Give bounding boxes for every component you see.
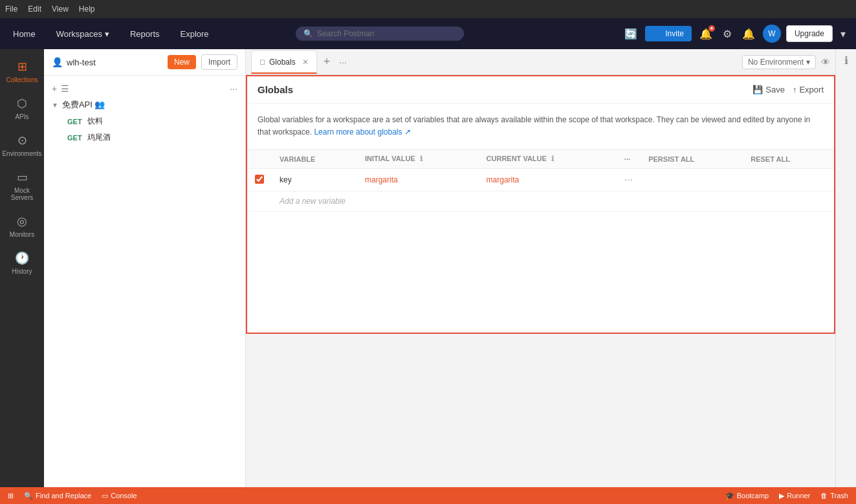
environments-icon: ⊙ xyxy=(17,133,27,148)
add-variable-label[interactable]: Add a new variable xyxy=(280,197,346,206)
menu-file[interactable]: File xyxy=(5,5,17,14)
trash-button[interactable]: 🗑 Trash xyxy=(820,492,848,499)
bottom-bar: ⊞ 🔍 Find and Replace ▭ Console 🎓 Bootcam… xyxy=(0,487,856,504)
notifications-bell-icon[interactable]: 🔔 ● xyxy=(697,25,715,43)
collection-item[interactable]: ▼ 免费API 👥 xyxy=(44,96,245,113)
apis-icon: ⬡ xyxy=(17,96,27,111)
variable-name[interactable]: key xyxy=(272,169,357,192)
upgrade-chevron-icon[interactable]: ▾ xyxy=(838,25,848,43)
menu-bar: File Edit View Help xyxy=(0,0,856,18)
nav-explore[interactable]: Explore xyxy=(175,27,214,41)
eye-icon[interactable]: 👁 xyxy=(821,57,830,67)
sidebar-item-monitors[interactable]: ◎ Monitors xyxy=(3,209,41,243)
export-icon: ↑ xyxy=(793,85,797,94)
layout-icon[interactable]: ⊞ xyxy=(8,492,14,500)
info-icon-current[interactable]: ℹ xyxy=(551,155,554,162)
env-selector-label: No Environment xyxy=(748,58,804,67)
info-panel-icon[interactable]: ℹ xyxy=(844,54,848,67)
save-button[interactable]: 💾 Save xyxy=(752,85,785,94)
col-checkbox xyxy=(247,149,272,169)
user-icon: 👤 xyxy=(52,57,63,67)
search-bar[interactable]: 🔍 xyxy=(296,27,464,41)
env-selector[interactable]: No Environment ▾ xyxy=(742,55,816,69)
monitors-icon: ◎ xyxy=(17,214,27,228)
export-button[interactable]: ↑ Export xyxy=(793,85,824,94)
menu-view[interactable]: View xyxy=(52,5,69,14)
row-more-button[interactable]: ··· xyxy=(624,174,633,186)
tree-more-icon[interactable]: ··· xyxy=(230,83,237,94)
add-collection-icon[interactable]: + xyxy=(52,83,57,94)
sidebar-item-apis[interactable]: ⬡ APIs xyxy=(3,91,41,126)
find-replace-button[interactable]: 🔍 Find and Replace xyxy=(24,492,91,500)
new-button[interactable]: New xyxy=(168,55,196,69)
globals-panel: Globals 💾 Save ↑ Export Global variables xyxy=(246,75,835,334)
header-nav: Home Workspaces ▾ Reports Explore xyxy=(8,27,214,41)
nav-workspaces[interactable]: Workspaces ▾ xyxy=(51,27,115,41)
sync-icon[interactable]: 🔄 xyxy=(622,25,640,43)
collection-name: 免费API 👥 xyxy=(62,99,105,111)
persist-all-button[interactable]: Persist All xyxy=(641,149,743,169)
learn-more-link[interactable]: Learn more about globals ↗ xyxy=(314,127,410,137)
console-icon: ▭ xyxy=(102,492,108,500)
current-value[interactable]: margarita xyxy=(479,169,617,192)
col-variable-header: VARIABLE xyxy=(272,149,357,169)
table-row: key margarita margarita ··· xyxy=(247,169,834,192)
tab-more-button[interactable]: ··· xyxy=(336,57,349,67)
tab-add-button[interactable]: + xyxy=(320,55,335,69)
menu-edit[interactable]: Edit xyxy=(28,5,41,14)
reset-all-button[interactable]: Reset All xyxy=(743,149,834,169)
settings-icon[interactable]: ⚙ xyxy=(720,25,734,43)
filter-icon[interactable]: ☰ xyxy=(61,83,69,94)
sidebar: ⊞ Collections ⬡ APIs ⊙ Environments ▭ Mo… xyxy=(0,49,44,487)
globals-title: Globals xyxy=(258,84,752,95)
tab-close-icon[interactable]: ✕ xyxy=(302,58,309,67)
menu-help[interactable]: Help xyxy=(79,5,95,14)
method-get-label-2: GET xyxy=(67,134,82,142)
tree-toolbar: + ☰ ··· xyxy=(44,81,245,96)
layout-grid-icon: ⊞ xyxy=(8,492,14,500)
globals-header: Globals 💾 Save ↑ Export xyxy=(247,76,834,104)
tab-globals[interactable]: ◻ Globals ✕ xyxy=(251,50,317,74)
invite-icon: 👤 xyxy=(653,29,663,38)
runner-button[interactable]: ▶ Runner xyxy=(779,492,810,500)
main-layout: ⊞ Collections ⬡ APIs ⊙ Environments ▭ Mo… xyxy=(0,49,856,487)
caret-down-icon: ▼ xyxy=(52,102,58,109)
bottom-right: 🎓 Bootcamp ▶ Runner 🗑 Trash xyxy=(725,492,848,500)
row-checkbox[interactable] xyxy=(255,175,264,184)
globals-actions: 💾 Save ↑ Export xyxy=(752,85,824,94)
info-side-panel: ℹ xyxy=(835,49,856,487)
search-input[interactable] xyxy=(317,29,456,38)
env-chevron-icon: ▾ xyxy=(806,58,810,67)
upgrade-button[interactable]: Upgrade xyxy=(786,25,833,42)
left-panel: 👤 wlh-test New Import + ☰ ··· ▼ 免费API 👥 … xyxy=(44,49,246,487)
invite-button[interactable]: 👤 Invite xyxy=(645,26,692,41)
sidebar-item-collections[interactable]: ⊞ Collections xyxy=(3,54,41,89)
avatar[interactable]: W xyxy=(763,25,781,43)
info-icon-initial[interactable]: ℹ xyxy=(420,155,423,162)
tab-bar-area: ◻ Globals ✕ + ··· No Environment ▾ 👁 Glo… xyxy=(246,49,835,487)
nav-reports[interactable]: Reports xyxy=(125,27,165,41)
col-initial-header: INITIAL VALUE ℹ xyxy=(357,149,479,169)
sidebar-item-environments[interactable]: ⊙ Environments xyxy=(3,128,41,162)
sidebar-item-history[interactable]: 🕐 History xyxy=(3,246,41,280)
api-request-drinks[interactable]: GET 饮料 xyxy=(44,113,245,129)
sidebar-item-mock-servers[interactable]: ▭ Mock Servers xyxy=(3,165,41,206)
add-variable-row[interactable]: Add a new variable xyxy=(247,192,834,212)
globals-description: Global variables for a workspace are a s… xyxy=(247,104,834,149)
tab-right: No Environment ▾ 👁 xyxy=(742,55,830,69)
content-area: Globals 💾 Save ↑ Export Global variables xyxy=(246,75,835,487)
username-label: wlh-test xyxy=(67,58,96,67)
bootcamp-button[interactable]: 🎓 Bootcamp xyxy=(725,492,769,500)
initial-value[interactable]: margarita xyxy=(357,169,479,192)
chevron-down-icon: ▾ xyxy=(105,29,109,39)
console-button[interactable]: ▭ Console xyxy=(102,492,137,500)
request-name: 饮料 xyxy=(87,116,103,127)
import-button[interactable]: Import xyxy=(201,54,237,70)
header-bar: Home Workspaces ▾ Reports Explore 🔍 🔄 👤 … xyxy=(0,18,856,49)
col-current-header: CURRENT VALUE ℹ xyxy=(479,149,617,169)
api-request-cocktail[interactable]: GET 鸡尾酒 xyxy=(44,129,245,146)
save-icon: 💾 xyxy=(752,85,763,94)
tab-globals-icon: ◻ xyxy=(259,58,265,66)
nav-home[interactable]: Home xyxy=(8,27,41,41)
alert-icon[interactable]: 🔔 xyxy=(740,25,758,43)
